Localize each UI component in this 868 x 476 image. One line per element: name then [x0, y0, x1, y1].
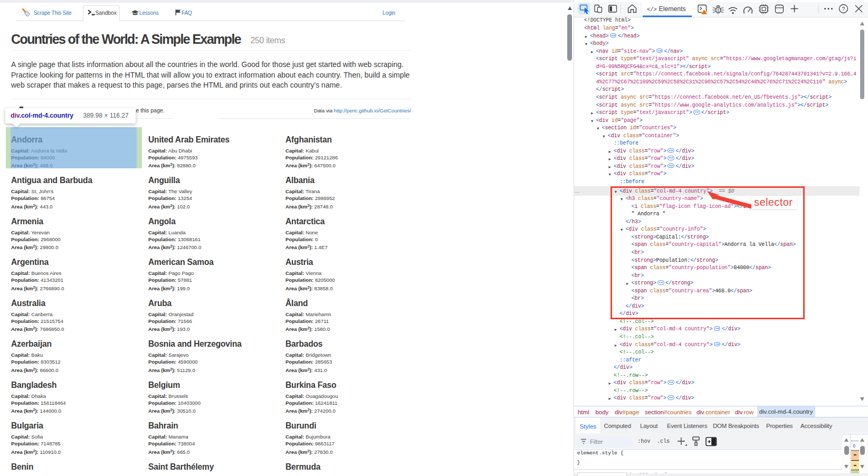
- svg-text:</>: </>: [647, 6, 657, 13]
- svg-text:Elements: Elements: [659, 5, 686, 13]
- svg-text:?: ?: [842, 6, 845, 12]
